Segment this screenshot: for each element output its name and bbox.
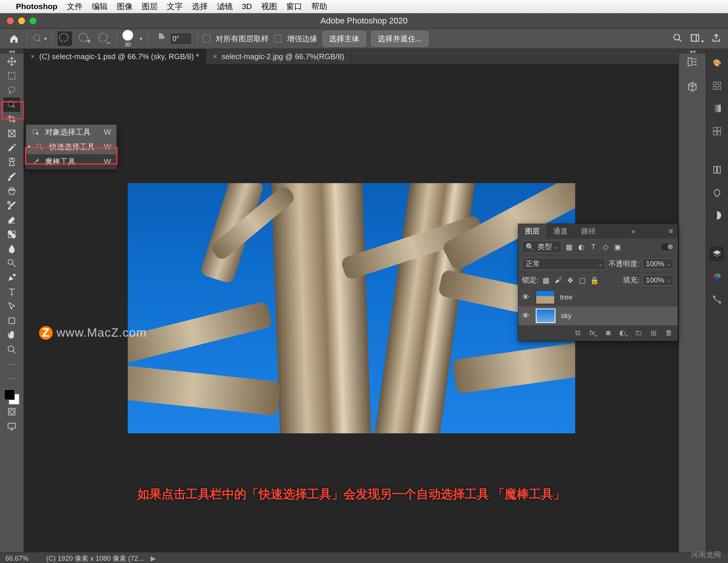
menu-3d[interactable]: 3D <box>242 2 252 11</box>
brush-size-picker[interactable]: 30 <box>122 30 133 47</box>
new-adjustment-layer-icon[interactable]: ◐▾ <box>619 328 628 338</box>
layer-thumbnail[interactable] <box>536 309 555 323</box>
channels-panel-icon[interactable] <box>710 270 724 284</box>
close-tab-icon[interactable]: × <box>213 53 217 61</box>
lock-all-icon[interactable]: 🔒 <box>590 276 599 285</box>
filter-smart-icon[interactable]: ▣ <box>613 242 622 251</box>
menu-file[interactable]: 文件 <box>67 1 83 12</box>
zoom-tool[interactable] <box>3 342 20 357</box>
enhance-edge-checkbox[interactable] <box>274 35 282 42</box>
lock-transparency-icon[interactable]: ▩ <box>541 276 551 285</box>
eraser-tool[interactable] <box>3 213 20 227</box>
lasso-tool[interactable] <box>3 83 20 97</box>
fill-input[interactable]: 100%⌵ <box>642 275 674 285</box>
menu-filter[interactable]: 滤镜 <box>217 1 233 12</box>
workspace-switcher[interactable]: ▾ <box>690 33 704 45</box>
frame-tool[interactable] <box>3 126 20 141</box>
blend-mode-select[interactable]: 正常⌵ <box>522 258 606 270</box>
hand-tool[interactable] <box>3 328 20 342</box>
minimize-window-button[interactable] <box>18 17 25 24</box>
foreground-color-swatch[interactable] <box>4 389 15 400</box>
document-tab-1[interactable]: × (C) select-magic-1.psd @ 66.7% (sky, R… <box>24 49 206 64</box>
subtract-from-selection-button[interactable] <box>97 31 111 46</box>
lock-position-icon[interactable]: ✥ <box>566 276 575 285</box>
tool-preset-picker[interactable]: ▾ <box>32 31 47 46</box>
3d-panel-icon[interactable] <box>685 79 700 94</box>
share-icon[interactable] <box>711 33 721 45</box>
filter-adjustment-icon[interactable]: ◐ <box>577 242 586 251</box>
pen-tool[interactable] <box>3 270 20 285</box>
menu-type[interactable]: 文字 <box>167 1 183 12</box>
delete-layer-icon[interactable]: 🗑 <box>665 329 673 337</box>
panel-grip[interactable]: ◀◀ <box>0 49 24 53</box>
filter-toggle[interactable] <box>661 243 674 250</box>
gradients-panel-icon[interactable] <box>710 101 724 116</box>
menu-window[interactable]: 窗口 <box>286 1 302 12</box>
zoom-window-button[interactable] <box>30 17 36 24</box>
filter-type-icon[interactable]: T <box>589 242 598 251</box>
lock-pixels-icon[interactable]: 🖌 <box>554 276 563 285</box>
clone-stamp-tool[interactable] <box>3 184 20 198</box>
layer-thumbnail[interactable] <box>536 290 555 304</box>
layer-row-sky[interactable]: 👁 sky <box>518 306 678 325</box>
quick-selection-tool[interactable] <box>3 97 20 112</box>
panel-grip[interactable]: ◀◀ <box>679 49 706 53</box>
menu-image[interactable]: 图像 <box>117 1 133 12</box>
close-window-button[interactable] <box>7 17 14 24</box>
layer-row-tree[interactable]: 👁 tree <box>518 288 678 306</box>
type-tool[interactable] <box>3 285 20 299</box>
menu-edit[interactable]: 编辑 <box>92 1 108 12</box>
link-layers-icon[interactable]: ⧉ <box>574 329 582 337</box>
menu-select[interactable]: 选择 <box>192 1 208 12</box>
properties-panel-icon[interactable] <box>685 54 700 69</box>
eyedropper-tool[interactable] <box>3 141 20 155</box>
layer-effects-icon[interactable]: fx▾ <box>589 329 597 338</box>
search-icon[interactable] <box>673 33 682 45</box>
layer-name[interactable]: sky <box>561 312 572 320</box>
add-mask-icon[interactable]: ◙ <box>604 329 612 337</box>
dodge-tool[interactable] <box>3 256 20 270</box>
brush-angle-input[interactable] <box>170 33 192 45</box>
home-button[interactable] <box>7 31 21 46</box>
patterns-panel-icon[interactable] <box>710 124 724 138</box>
layer-name[interactable]: tree <box>560 293 573 301</box>
history-brush-tool[interactable] <box>3 198 20 213</box>
layer-filter-type-select[interactable]: 🔍 类型⌵ <box>522 241 562 253</box>
filter-pixel-icon[interactable]: ▦ <box>565 242 574 251</box>
path-selection-tool[interactable] <box>3 299 20 314</box>
select-subject-button[interactable]: 选择主体 <box>323 31 366 47</box>
screen-mode-toggle[interactable] <box>3 419 20 433</box>
learn-panel-icon[interactable] <box>710 185 724 200</box>
panel-collapse-icon[interactable]: » <box>627 227 640 235</box>
edit-toolbar-button[interactable]: ⋯ <box>3 371 20 386</box>
mac-menubar[interactable]: Photoshop 文件 编辑 图像 图层 文字 选择 滤镜 3D 视图 窗口 … <box>0 0 728 13</box>
filter-shape-icon[interactable]: ◇ <box>601 242 610 251</box>
marquee-tool[interactable] <box>3 69 20 83</box>
new-layer-icon[interactable]: ⊞ <box>650 329 658 337</box>
new-selection-button[interactable] <box>58 31 72 46</box>
flyout-quick-selection-tool[interactable]: ▪ 快速选择工具 W <box>26 140 116 154</box>
brush-angle-icon[interactable] <box>153 33 165 44</box>
app-name[interactable]: Photoshop <box>16 2 58 11</box>
menu-view[interactable]: 视图 <box>261 1 277 12</box>
sample-all-layers-checkbox[interactable] <box>203 35 210 42</box>
document-tab-2[interactable]: × select-magic-2.jpg @ 66.7%(RGB/8) <box>206 49 351 64</box>
color-panel-icon[interactable]: 🎨 <box>710 56 724 70</box>
select-and-mask-button[interactable]: 选择并遮住... <box>371 31 428 47</box>
zoom-level[interactable]: 66.67% <box>5 555 39 563</box>
menu-help[interactable]: 帮助 <box>311 1 327 12</box>
healing-brush-tool[interactable] <box>3 155 20 169</box>
opacity-input[interactable]: 100%⌵ <box>642 259 674 269</box>
flyout-object-selection-tool[interactable]: 对象选择工具 W <box>26 125 116 140</box>
libraries-panel-icon[interactable] <box>710 163 724 177</box>
visibility-toggle[interactable]: 👁 <box>522 293 530 301</box>
layers-panel-icon[interactable] <box>710 247 724 261</box>
visibility-toggle[interactable]: 👁 <box>522 312 530 320</box>
chevron-down-icon[interactable]: ▾ <box>140 36 142 41</box>
paths-panel-icon[interactable] <box>710 292 724 307</box>
gradient-tool[interactable] <box>3 227 20 242</box>
menu-layer[interactable]: 图层 <box>142 1 158 12</box>
tab-paths[interactable]: 路径 <box>574 224 602 238</box>
lock-artboard-icon[interactable]: ▢ <box>578 276 587 285</box>
swatches-panel-icon[interactable] <box>710 78 724 93</box>
